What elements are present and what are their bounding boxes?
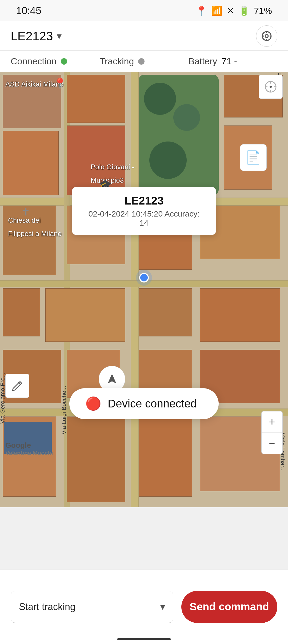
svg-point-3 [270, 86, 272, 88]
battery-info: Battery 71 - [189, 56, 277, 66]
navigate-arrow-icon [106, 373, 118, 386]
send-command-button[interactable]: Send command [181, 591, 277, 623]
location-target-button[interactable] [256, 25, 277, 47]
info-bar: Connection Tracking Battery 71 - [0, 51, 288, 72]
connection-label: Connection [11, 56, 57, 66]
device-connected-banner: 🔴 Device connected [69, 388, 219, 419]
minus-icon: − [269, 437, 275, 449]
google-text: Google [5, 441, 53, 450]
marker-outer-ring [136, 270, 152, 286]
marker-dot [139, 273, 149, 282]
banner-emoji: 🔴 [85, 396, 101, 411]
home-indicator [117, 638, 171, 640]
polo-giovani-label: Polo Giovani - [91, 163, 134, 171]
battery-percent: 71% [254, 6, 272, 16]
map-zoom-controls: + − [261, 411, 283, 454]
popup-datetime: 02-04-2024 10:45:20 Accuracy: 14 [85, 209, 203, 227]
tracking-info: Tracking [99, 56, 188, 66]
zoom-out-button[interactable]: − [261, 433, 283, 454]
battery-icon: 🔋 [238, 5, 250, 16]
battery-value: 71 - [221, 56, 237, 66]
svg-point-0 [265, 34, 268, 37]
location-status-icon: 📍 [196, 5, 207, 16]
device-dropdown-arrow-icon: ▾ [57, 30, 62, 42]
wifi-icon: 📶 [211, 5, 222, 16]
tracking-dot-icon [138, 58, 145, 65]
edit-icon [11, 379, 24, 392]
note-icon: 📄 [245, 150, 261, 165]
device-selector[interactable]: LE2123 ▾ [11, 29, 62, 43]
map-popup: LE2123 02-04-2024 10:45:20 Accuracy: 14 [72, 187, 216, 235]
via-luigi-label: Via Luigi Bocche... [61, 386, 67, 434]
status-time: 10:45 [16, 5, 41, 17]
device-name: LE2123 [11, 29, 53, 43]
tracking-label: Tracking [99, 56, 134, 66]
map-pin-chiesa: ✝ [21, 206, 30, 218]
map-note-button[interactable]: 📄 [240, 144, 267, 171]
popup-datetime-text: 02-04-2024 10:45:20 [89, 209, 163, 218]
send-command-label: Send command [190, 601, 269, 613]
map-pin-aikikai: 📍 [53, 77, 67, 90]
status-icons: 📍 📶 ✕ 🔋 71% [196, 5, 272, 16]
banner-text: Device connected [108, 397, 197, 410]
tracking-dropdown-arrow-icon: ▾ [160, 601, 165, 612]
top-bar: LE2123 ▾ [0, 21, 288, 51]
zoom-in-button[interactable]: + [261, 411, 283, 433]
compass-button[interactable] [259, 75, 283, 99]
target-icon [261, 30, 273, 42]
google-sub-text: Valentina Mocchi [5, 450, 53, 457]
compass-icon [264, 80, 277, 93]
connection-info: Connection [11, 56, 99, 66]
tracking-option-text: Start tracking [19, 601, 75, 612]
map-container[interactable]: Viale Lombardia Viale Lombar... Via Gero… [0, 72, 288, 507]
user-location-marker [136, 270, 152, 286]
status-bar: 10:45 📍 📶 ✕ 🔋 71% [0, 0, 288, 21]
popup-device-id: LE2123 [85, 194, 203, 207]
connection-dot-icon [61, 58, 67, 65]
bottom-bar: Start tracking ▾ Send command [0, 569, 288, 644]
battery-label: Battery [189, 56, 217, 66]
edit-map-button[interactable] [5, 374, 29, 398]
tracking-dropdown[interactable]: Start tracking ▾ [11, 591, 173, 623]
google-logo: Google Valentina Mocchi [5, 441, 53, 457]
signal-x-icon: ✕ [227, 5, 234, 16]
plus-icon: + [269, 416, 275, 428]
filippesi-label: Filippesi a Milano [8, 230, 62, 238]
